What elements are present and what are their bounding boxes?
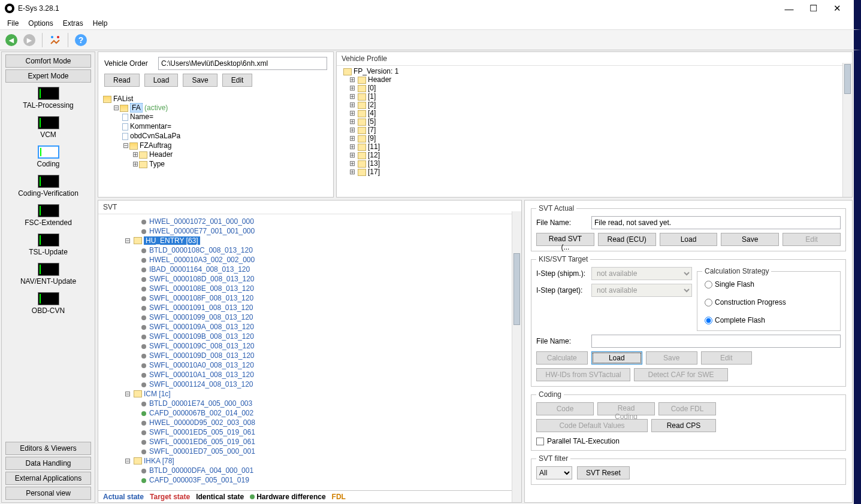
svt-item[interactable]: SWFL_0000108E_008_013_120 [149, 284, 254, 293]
sidebar-item-tsl-update[interactable]: TSL-Update [5, 231, 91, 259]
sidebar-item-fsc-extended[interactable]: FSC-Extended [5, 202, 91, 229]
connect-icon[interactable] [47, 32, 63, 48]
vo-load-button[interactable]: Load [144, 74, 179, 87]
tree-fa-selected[interactable]: FA [130, 103, 143, 113]
tree-expand-icon[interactable]: ⊞ [349, 117, 356, 126]
radio-complete-flash[interactable]: Complete Flash [705, 316, 765, 324]
tree-fzauftrag[interactable]: FZAuftrag [140, 141, 171, 150]
tree-expand-icon[interactable]: ⊞ [349, 84, 356, 92]
tree-item[interactable]: Type [149, 160, 165, 168]
external-applications-button[interactable]: External Applications [5, 472, 91, 485]
tree-item[interactable]: Kommentar= [130, 122, 171, 130]
back-icon[interactable]: ◄ [4, 32, 19, 48]
tree-item[interactable]: Header [368, 75, 391, 84]
sidebar-item-coding[interactable]: Coding [5, 143, 91, 171]
svt-item[interactable]: SWFL_00001124_008_013_120 [149, 380, 253, 388]
minimize-button[interactable]: — [777, 1, 801, 16]
parallel-tal-checkbox[interactable]: Parallel TAL-Execution [536, 437, 841, 445]
tree-item[interactable]: [11] [368, 142, 380, 151]
vehicle-profile-tree[interactable]: FP_Version: 1 ⊞Header ⊞[0] ⊞[1] ⊞[2] ⊞[4… [337, 66, 852, 195]
tree-item[interactable]: obdCvnSaLaPa [130, 132, 180, 140]
svt-filter-select[interactable]: All [536, 466, 572, 479]
tree-item[interactable]: [0] [368, 84, 376, 92]
svt-item[interactable]: SWFL_0000108D_008_013_120 [149, 275, 254, 283]
kis-load-button[interactable]: Load [591, 351, 643, 365]
tree-item[interactable]: [5] [368, 117, 376, 126]
svt-item[interactable]: SWFL_00001ED5_005_019_061 [149, 428, 255, 436]
radio-single-flash[interactable]: Single Flash [705, 280, 754, 289]
kis-filename-input[interactable] [591, 335, 841, 348]
vo-edit-button[interactable]: Edit [222, 74, 253, 87]
tree-collapse-icon[interactable]: ⊟ [113, 104, 120, 112]
svt-actual-filename-input[interactable] [591, 216, 841, 229]
svt-item[interactable]: BTLD_00001E74_005_000_003 [149, 399, 252, 408]
svt-tree[interactable]: HWEL_00001072_001_000_000HWEL_00000E77_0… [98, 214, 521, 490]
forward-icon[interactable]: ► [22, 32, 37, 48]
svt-item[interactable]: IBAD_00001164_008_013_120 [149, 265, 250, 274]
maximize-button[interactable]: ☐ [801, 1, 825, 16]
comfort-mode-button[interactable]: Comfort Mode [5, 54, 91, 68]
svt-reset-button[interactable]: SVT Reset [577, 466, 630, 479]
svt-actual-load-button[interactable]: Load [660, 233, 718, 246]
vo-read-button[interactable]: Read [104, 74, 140, 87]
sidebar-item-nav-ent-update[interactable]: NAV/ENT-Update [5, 260, 91, 288]
tree-item[interactable]: [7] [368, 126, 376, 134]
tree-expand-icon[interactable]: ⊞ [349, 151, 356, 159]
menu-extras[interactable]: Extras [58, 18, 88, 29]
tree-item[interactable]: [12] [368, 151, 380, 159]
tree-collapse-icon[interactable]: ⊟ [122, 141, 129, 150]
scrollbar[interactable] [842, 63, 852, 197]
svt-item[interactable]: BTLD_00000DFA_004_000_001 [149, 466, 253, 475]
tree-falist[interactable]: FAList [113, 95, 133, 103]
svt-item[interactable]: SWFL_0000109A_008_013_120 [149, 323, 254, 331]
sidebar-item-coding-verification[interactable]: Coding-Verification [5, 172, 91, 200]
tree-expand-icon[interactable]: ⊞ [349, 142, 356, 151]
read-svt-button[interactable]: Read SVT (... [536, 233, 594, 246]
vo-save-button[interactable]: Save [183, 74, 217, 87]
expert-mode-button[interactable]: Expert Mode [5, 69, 91, 83]
tree-expand-icon[interactable]: ⊞ [349, 75, 356, 84]
data-handling-button[interactable]: Data Handling [5, 457, 91, 470]
tree-expand-icon[interactable]: ⊞ [349, 109, 356, 117]
editors-viewers-button[interactable]: Editors & Viewers [5, 442, 91, 455]
svt-item[interactable]: HWEL_00000E77_001_001_000 [149, 227, 255, 235]
help-icon[interactable]: ? [73, 32, 89, 48]
tree-item[interactable]: [2] [368, 101, 376, 109]
vehicle-order-path-input[interactable] [158, 57, 327, 70]
svt-icm[interactable]: ICM [1c] [144, 390, 171, 398]
tree-item[interactable]: [4] [368, 109, 376, 117]
svt-hu-entry[interactable]: HU_ENTRY [63] [144, 236, 200, 245]
svt-item[interactable]: SWFL_00001099_008_013_120 [149, 313, 253, 321]
svt-item[interactable]: SWFL_0000109D_008_013_120 [149, 351, 254, 360]
tree-item[interactable]: [1] [368, 92, 376, 101]
tree-expand-icon[interactable]: ⊞ [349, 92, 356, 101]
menu-help[interactable]: Help [88, 18, 113, 29]
sidebar-item-obd-cvn[interactable]: OBD-CVN [5, 290, 91, 317]
svt-item[interactable]: SWFL_00001ED6_005_019_061 [149, 438, 255, 446]
svt-item[interactable]: SWFL_00001ED7_005_000_001 [149, 447, 255, 456]
vehicle-order-tree[interactable]: FAList ⊟FA (active) Name= Kommentar= obd… [98, 92, 333, 197]
read-cps-button[interactable]: Read CPS [651, 419, 716, 432]
svt-item[interactable]: HWEL_00000D95_002_003_008 [149, 418, 255, 427]
svt-item[interactable]: CAFD_0000067B_002_014_002 [149, 409, 253, 417]
svt-item[interactable]: SWFL_00001091_008_013_120 [149, 303, 253, 312]
close-button[interactable]: ✕ [825, 1, 849, 16]
tree-expand-icon[interactable]: ⊞ [349, 159, 356, 168]
menu-options[interactable]: Options [23, 18, 58, 29]
svt-item[interactable]: SWFL_0000108F_008_013_120 [149, 294, 253, 302]
tree-item[interactable]: [13] [368, 159, 380, 168]
tree-expand-icon[interactable]: ⊞ [349, 168, 356, 176]
tree-item[interactable]: FP_Version: 1 [354, 67, 398, 75]
tree-item[interactable]: Name= [130, 113, 153, 121]
menu-file[interactable]: File [2, 18, 23, 29]
svt-item[interactable]: HWEL_000010A3_002_002_000 [149, 256, 255, 264]
tree-expand-icon[interactable]: ⊞ [349, 101, 356, 109]
tree-expand-icon[interactable]: ⊞ [132, 160, 139, 168]
tree-expand-icon[interactable]: ⊞ [349, 126, 356, 134]
svt-item[interactable]: CAFD_000003F_005_001_019 [149, 476, 249, 484]
tree-expand-icon[interactable]: ⊞ [349, 134, 356, 142]
svt-item[interactable]: HWEL_00001072_001_000_000 [149, 217, 254, 226]
tree-expand-icon[interactable]: ⊞ [132, 150, 139, 159]
sidebar-item-tal-processing[interactable]: TAL-Processing [5, 84, 91, 112]
sidebar-item-vcm[interactable]: VCM [5, 114, 91, 141]
